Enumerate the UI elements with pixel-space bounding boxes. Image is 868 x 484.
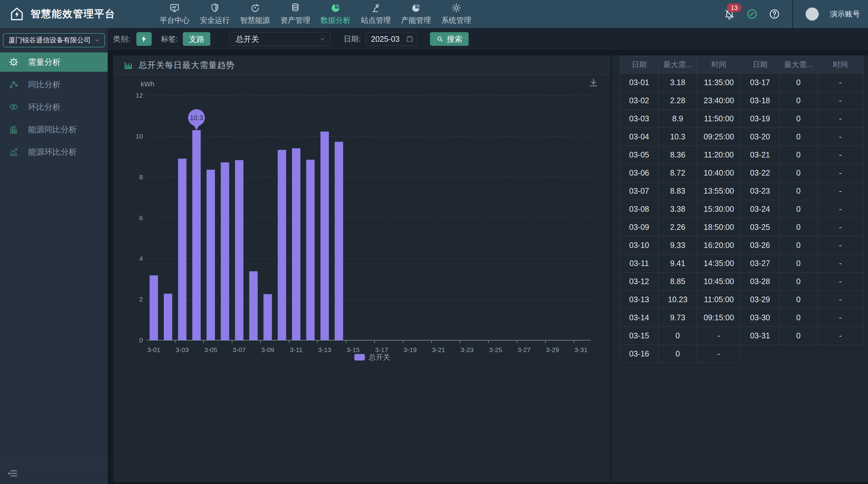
table-cell: 03-09 xyxy=(620,218,659,236)
table-header-cell: 最大需... xyxy=(659,56,697,74)
nav-item-asset-management[interactable]: 资产管理 xyxy=(280,3,311,25)
chart-bar[interactable] xyxy=(150,276,158,340)
topbar-right: 13 演示账号 xyxy=(724,0,868,28)
collapse-sidebar-icon[interactable] xyxy=(7,468,18,479)
legend-swatch[interactable] xyxy=(354,354,365,360)
username[interactable]: 演示账号 xyxy=(830,9,860,19)
x-axis-label: 3-15 xyxy=(347,346,360,353)
table-row: 03-092.2618:50:0003-250- xyxy=(620,218,863,236)
sidebar-item-label: 需量分析 xyxy=(28,57,61,68)
table-cell: - xyxy=(818,255,863,272)
chart-bars-icon xyxy=(124,61,133,70)
nav-item-platform-center[interactable]: 平台中心 xyxy=(159,3,190,25)
date-picker[interactable]: 2025-03 xyxy=(366,32,417,46)
marker-label: 10.3 xyxy=(190,114,203,122)
chart-bar[interactable] xyxy=(335,141,343,340)
sidebar-item-label: 能源同比分析 xyxy=(28,124,77,135)
chart-bar[interactable] xyxy=(292,148,301,340)
company-select-value: 厦门锐谷通信设备有限公司 xyxy=(8,36,91,45)
chart-bar[interactable] xyxy=(320,132,329,340)
chart-title: 总开关每日最大需量趋势 xyxy=(138,60,235,71)
table-cell: 03-14 xyxy=(620,309,659,327)
avatar[interactable] xyxy=(806,7,819,21)
table-cell: - xyxy=(818,309,863,327)
table-row: 03-083.3815:30:0003-240- xyxy=(620,200,863,218)
table-panel: 日期最大需...时间日期最大需...时间 03-013.1811:35:0003… xyxy=(612,56,868,482)
x-axis-label: 3-09 xyxy=(261,346,274,353)
nav-item-system-management[interactable]: 系统管理 xyxy=(441,3,472,25)
table-cell: 16:20:00 xyxy=(697,236,741,255)
calendar-icon xyxy=(406,35,413,43)
table-cell: 0 xyxy=(779,327,818,345)
table-cell: 03-05 xyxy=(620,146,659,164)
chart-bar[interactable] xyxy=(221,162,229,340)
nav-item-safe-operation[interactable]: 安全运行 xyxy=(199,3,230,25)
sidebar-item-mom-analysis[interactable]: 环比分析 xyxy=(0,97,107,117)
chart-bar[interactable] xyxy=(178,159,187,340)
table-cell: 0 xyxy=(779,236,818,255)
table-cell: 03-03 xyxy=(620,110,659,128)
table-cell: 9.73 xyxy=(659,309,697,327)
search-button[interactable]: 搜索 xyxy=(430,32,469,46)
chart-bar[interactable] xyxy=(278,150,286,340)
table-row: 03-038.911:50:0003-190- xyxy=(620,110,863,128)
chart-body: kWh 0246810123-013-033-053-073-093-113-1… xyxy=(113,75,611,482)
nav-item-data-analysis[interactable]: 数据分析 xyxy=(320,3,351,25)
y-axis-label: 4 xyxy=(139,255,143,262)
nav-item-capacity-management[interactable]: 产能管理 xyxy=(401,3,432,25)
table-cell: 03-15 xyxy=(620,327,659,345)
house-bolt-logo-icon xyxy=(9,6,24,22)
table-cell: 11:50:00 xyxy=(697,110,741,128)
switch-select-value: 总开关 xyxy=(236,34,259,44)
table-row: 03-150-03-310- xyxy=(620,327,863,345)
sidebar-item-demand-analysis[interactable]: 需量分析 xyxy=(0,53,107,72)
help-icon[interactable] xyxy=(769,8,780,20)
table-header-row: 日期最大需...时间日期最大需...时间 xyxy=(620,56,863,74)
table-cell: 0 xyxy=(779,164,818,182)
status-gauge-icon[interactable] xyxy=(746,8,757,20)
notifications-button[interactable]: 13 xyxy=(724,8,735,20)
nav-item-site-management[interactable]: 站点管理 xyxy=(360,3,391,25)
legend-label[interactable]: 总开关 xyxy=(369,353,390,361)
company-select[interactable]: 厦门锐谷通信设备有限公司 xyxy=(3,33,105,47)
chart-bar[interactable] xyxy=(207,170,215,340)
nav-label: 产能管理 xyxy=(401,15,431,25)
chart-bar[interactable] xyxy=(306,160,314,340)
y-axis-label: 0 xyxy=(139,336,143,344)
sidebar-item-yoy-analysis[interactable]: 同比分析 xyxy=(0,75,107,94)
sidebar-item-label: 环比分析 xyxy=(28,102,61,112)
app-screen: 智慧能效管理平台 平台中心 安全运行 智慧能源 资产管理 数据分析 xyxy=(0,0,868,484)
x-axis-label: 3-01 xyxy=(147,346,160,353)
table-cell: 0 xyxy=(779,74,818,92)
table-cell: 0 xyxy=(779,291,818,309)
side-menu: 需量分析 同比分析 环比分析 能源同比分析 能源环比分析 xyxy=(0,53,107,165)
pie-chart2-icon xyxy=(411,3,421,13)
table-cell: 03-16 xyxy=(620,345,659,363)
table-cell: - xyxy=(697,345,741,363)
chart-bar[interactable] xyxy=(264,294,272,340)
table-cell: 03-30 xyxy=(741,309,779,327)
table-cell: 15:30:00 xyxy=(697,200,741,218)
x-axis-label: 3-07 xyxy=(233,346,246,353)
chart-bar[interactable] xyxy=(192,130,200,340)
chart-bar[interactable] xyxy=(249,271,258,340)
switch-select[interactable]: 总开关 xyxy=(230,32,331,46)
sidebar-item-energy-yoy-analysis[interactable]: 能源同比分析 xyxy=(0,120,107,139)
table-cell xyxy=(741,345,779,363)
x-axis-label: 3-03 xyxy=(176,346,189,353)
table-cell: - xyxy=(697,327,741,345)
chart-bar[interactable] xyxy=(164,294,172,340)
table-cell: 03-11 xyxy=(620,255,659,272)
table-cell: 03-04 xyxy=(620,128,659,146)
bar-chart-icon xyxy=(9,124,19,134)
search-icon xyxy=(436,35,444,43)
nav-item-smart-energy[interactable]: 智慧能源 xyxy=(240,3,271,25)
nav-label: 安全运行 xyxy=(200,15,230,25)
table-cell: 03-12 xyxy=(620,272,659,291)
sidebar-item-energy-mom-analysis[interactable]: 能源环比分析 xyxy=(0,142,107,162)
category-electric-button[interactable] xyxy=(136,32,152,46)
tag-branch-button[interactable]: 支路 xyxy=(183,32,210,46)
table-cell: - xyxy=(818,327,863,345)
chart-bar[interactable] xyxy=(235,160,243,340)
table-cell: 9.33 xyxy=(659,236,697,255)
